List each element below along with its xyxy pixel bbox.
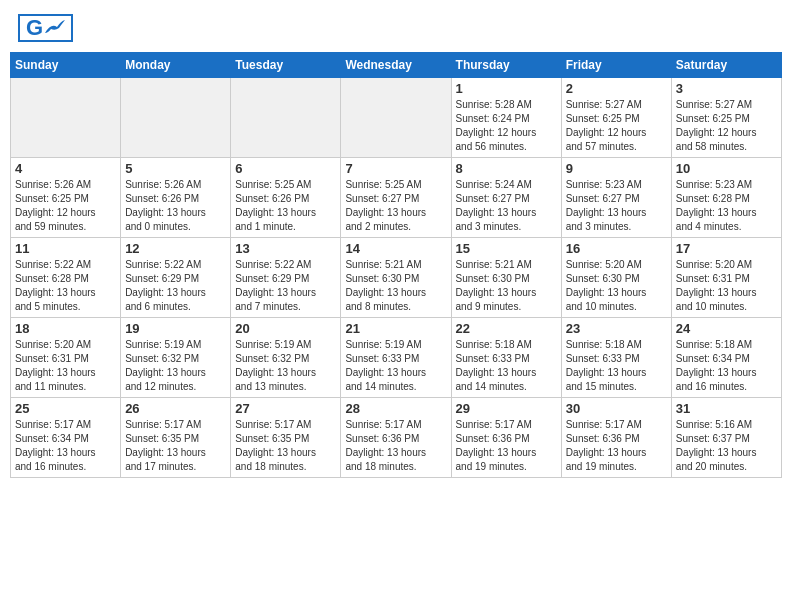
calendar-cell: 22Sunrise: 5:18 AM Sunset: 6:33 PM Dayli…: [451, 318, 561, 398]
day-info: Sunrise: 5:26 AM Sunset: 6:25 PM Dayligh…: [15, 178, 116, 234]
day-number: 3: [676, 81, 777, 96]
calendar-cell: 8Sunrise: 5:24 AM Sunset: 6:27 PM Daylig…: [451, 158, 561, 238]
day-info: Sunrise: 5:25 AM Sunset: 6:26 PM Dayligh…: [235, 178, 336, 234]
calendar-cell: 6Sunrise: 5:25 AM Sunset: 6:26 PM Daylig…: [231, 158, 341, 238]
day-info: Sunrise: 5:17 AM Sunset: 6:36 PM Dayligh…: [566, 418, 667, 474]
col-header-tuesday: Tuesday: [231, 53, 341, 78]
logo: G: [18, 14, 76, 42]
day-info: Sunrise: 5:21 AM Sunset: 6:30 PM Dayligh…: [456, 258, 557, 314]
calendar-cell: 17Sunrise: 5:20 AM Sunset: 6:31 PM Dayli…: [671, 238, 781, 318]
calendar-cell: 23Sunrise: 5:18 AM Sunset: 6:33 PM Dayli…: [561, 318, 671, 398]
calendar-cell: [11, 78, 121, 158]
day-number: 30: [566, 401, 667, 416]
calendar-cell: 7Sunrise: 5:25 AM Sunset: 6:27 PM Daylig…: [341, 158, 451, 238]
day-info: Sunrise: 5:17 AM Sunset: 6:36 PM Dayligh…: [345, 418, 446, 474]
calendar-cell: 4Sunrise: 5:26 AM Sunset: 6:25 PM Daylig…: [11, 158, 121, 238]
day-number: 11: [15, 241, 116, 256]
day-number: 15: [456, 241, 557, 256]
calendar-cell: 5Sunrise: 5:26 AM Sunset: 6:26 PM Daylig…: [121, 158, 231, 238]
day-number: 6: [235, 161, 336, 176]
col-header-thursday: Thursday: [451, 53, 561, 78]
day-number: 4: [15, 161, 116, 176]
day-info: Sunrise: 5:20 AM Sunset: 6:31 PM Dayligh…: [15, 338, 116, 394]
col-header-wednesday: Wednesday: [341, 53, 451, 78]
day-number: 5: [125, 161, 226, 176]
day-info: Sunrise: 5:17 AM Sunset: 6:35 PM Dayligh…: [125, 418, 226, 474]
calendar-cell: 12Sunrise: 5:22 AM Sunset: 6:29 PM Dayli…: [121, 238, 231, 318]
day-number: 7: [345, 161, 446, 176]
calendar-cell: 10Sunrise: 5:23 AM Sunset: 6:28 PM Dayli…: [671, 158, 781, 238]
day-number: 16: [566, 241, 667, 256]
calendar-cell: 13Sunrise: 5:22 AM Sunset: 6:29 PM Dayli…: [231, 238, 341, 318]
day-info: Sunrise: 5:18 AM Sunset: 6:34 PM Dayligh…: [676, 338, 777, 394]
calendar-cell: 15Sunrise: 5:21 AM Sunset: 6:30 PM Dayli…: [451, 238, 561, 318]
day-info: Sunrise: 5:19 AM Sunset: 6:32 PM Dayligh…: [125, 338, 226, 394]
day-number: 9: [566, 161, 667, 176]
calendar-cell: 14Sunrise: 5:21 AM Sunset: 6:30 PM Dayli…: [341, 238, 451, 318]
day-number: 22: [456, 321, 557, 336]
calendar-cell: 31Sunrise: 5:16 AM Sunset: 6:37 PM Dayli…: [671, 398, 781, 478]
calendar-cell: 25Sunrise: 5:17 AM Sunset: 6:34 PM Dayli…: [11, 398, 121, 478]
calendar-cell: [341, 78, 451, 158]
day-number: 23: [566, 321, 667, 336]
calendar-cell: 29Sunrise: 5:17 AM Sunset: 6:36 PM Dayli…: [451, 398, 561, 478]
calendar-cell: 28Sunrise: 5:17 AM Sunset: 6:36 PM Dayli…: [341, 398, 451, 478]
day-info: Sunrise: 5:23 AM Sunset: 6:27 PM Dayligh…: [566, 178, 667, 234]
logo-bird-icon: [43, 19, 65, 37]
day-number: 1: [456, 81, 557, 96]
calendar-cell: 16Sunrise: 5:20 AM Sunset: 6:30 PM Dayli…: [561, 238, 671, 318]
day-info: Sunrise: 5:16 AM Sunset: 6:37 PM Dayligh…: [676, 418, 777, 474]
calendar-cell: 27Sunrise: 5:17 AM Sunset: 6:35 PM Dayli…: [231, 398, 341, 478]
day-info: Sunrise: 5:17 AM Sunset: 6:35 PM Dayligh…: [235, 418, 336, 474]
day-number: 25: [15, 401, 116, 416]
calendar-cell: 20Sunrise: 5:19 AM Sunset: 6:32 PM Dayli…: [231, 318, 341, 398]
day-number: 17: [676, 241, 777, 256]
calendar-cell: 21Sunrise: 5:19 AM Sunset: 6:33 PM Dayli…: [341, 318, 451, 398]
day-info: Sunrise: 5:26 AM Sunset: 6:26 PM Dayligh…: [125, 178, 226, 234]
col-header-friday: Friday: [561, 53, 671, 78]
day-info: Sunrise: 5:23 AM Sunset: 6:28 PM Dayligh…: [676, 178, 777, 234]
day-info: Sunrise: 5:19 AM Sunset: 6:32 PM Dayligh…: [235, 338, 336, 394]
day-info: Sunrise: 5:20 AM Sunset: 6:31 PM Dayligh…: [676, 258, 777, 314]
calendar-cell: 1Sunrise: 5:28 AM Sunset: 6:24 PM Daylig…: [451, 78, 561, 158]
calendar-cell: 2Sunrise: 5:27 AM Sunset: 6:25 PM Daylig…: [561, 78, 671, 158]
calendar-cell: 9Sunrise: 5:23 AM Sunset: 6:27 PM Daylig…: [561, 158, 671, 238]
day-number: 8: [456, 161, 557, 176]
calendar-cell: [121, 78, 231, 158]
day-number: 26: [125, 401, 226, 416]
day-info: Sunrise: 5:24 AM Sunset: 6:27 PM Dayligh…: [456, 178, 557, 234]
calendar-cell: 26Sunrise: 5:17 AM Sunset: 6:35 PM Dayli…: [121, 398, 231, 478]
calendar-cell: 11Sunrise: 5:22 AM Sunset: 6:28 PM Dayli…: [11, 238, 121, 318]
day-info: Sunrise: 5:20 AM Sunset: 6:30 PM Dayligh…: [566, 258, 667, 314]
day-number: 28: [345, 401, 446, 416]
day-info: Sunrise: 5:27 AM Sunset: 6:25 PM Dayligh…: [566, 98, 667, 154]
day-number: 18: [15, 321, 116, 336]
day-number: 2: [566, 81, 667, 96]
calendar-cell: [231, 78, 341, 158]
logo-general: G: [26, 17, 43, 39]
col-header-sunday: Sunday: [11, 53, 121, 78]
day-number: 19: [125, 321, 226, 336]
calendar-cell: 18Sunrise: 5:20 AM Sunset: 6:31 PM Dayli…: [11, 318, 121, 398]
day-info: Sunrise: 5:17 AM Sunset: 6:34 PM Dayligh…: [15, 418, 116, 474]
day-info: Sunrise: 5:27 AM Sunset: 6:25 PM Dayligh…: [676, 98, 777, 154]
day-info: Sunrise: 5:22 AM Sunset: 6:29 PM Dayligh…: [235, 258, 336, 314]
day-info: Sunrise: 5:19 AM Sunset: 6:33 PM Dayligh…: [345, 338, 446, 394]
day-number: 14: [345, 241, 446, 256]
day-number: 31: [676, 401, 777, 416]
day-number: 13: [235, 241, 336, 256]
col-header-monday: Monday: [121, 53, 231, 78]
day-info: Sunrise: 5:18 AM Sunset: 6:33 PM Dayligh…: [566, 338, 667, 394]
calendar-cell: 19Sunrise: 5:19 AM Sunset: 6:32 PM Dayli…: [121, 318, 231, 398]
day-info: Sunrise: 5:22 AM Sunset: 6:28 PM Dayligh…: [15, 258, 116, 314]
day-number: 20: [235, 321, 336, 336]
calendar-cell: 24Sunrise: 5:18 AM Sunset: 6:34 PM Dayli…: [671, 318, 781, 398]
day-number: 24: [676, 321, 777, 336]
calendar-table: SundayMondayTuesdayWednesdayThursdayFrid…: [10, 52, 782, 478]
header: G: [10, 10, 782, 46]
col-header-saturday: Saturday: [671, 53, 781, 78]
day-number: 12: [125, 241, 226, 256]
calendar-cell: 3Sunrise: 5:27 AM Sunset: 6:25 PM Daylig…: [671, 78, 781, 158]
day-info: Sunrise: 5:18 AM Sunset: 6:33 PM Dayligh…: [456, 338, 557, 394]
day-info: Sunrise: 5:22 AM Sunset: 6:29 PM Dayligh…: [125, 258, 226, 314]
